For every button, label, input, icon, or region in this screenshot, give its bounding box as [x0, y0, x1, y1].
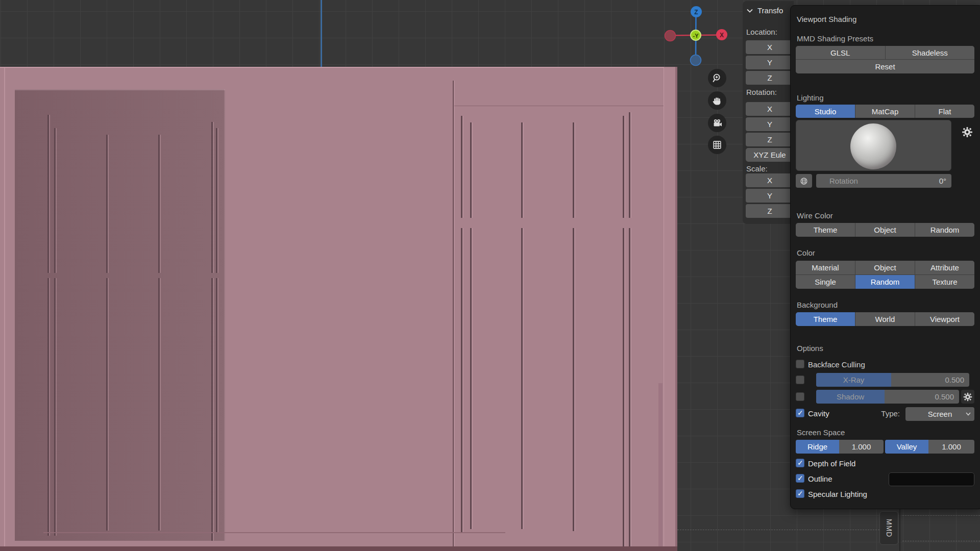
depth-of-field-checkbox[interactable] [796, 459, 804, 467]
bottom-rail-edge [43, 532, 505, 533]
zoom-button[interactable] [708, 69, 726, 87]
cavity-valley-slider[interactable]: Valley 1.000 [885, 440, 974, 454]
z-axis-line [321, 0, 322, 67]
background-world-tab[interactable]: World [855, 312, 915, 326]
color-attribute-tab[interactable]: Attribute [915, 261, 974, 274]
region-border [899, 509, 900, 551]
location-x-field[interactable]: X [746, 40, 794, 54]
gizmo-neg-z-handle[interactable] [691, 55, 701, 66]
grid-toggle-button[interactable] [708, 136, 726, 154]
camera-view-button[interactable] [708, 114, 726, 132]
backface-culling-checkbox[interactable] [796, 360, 804, 368]
scale-y-field[interactable]: Y [746, 189, 794, 203]
shadow-settings-gear-icon [963, 392, 973, 402]
gizmo-y-center-handle[interactable]: -Y [691, 30, 701, 40]
options-label: Options [797, 344, 823, 353]
scale-x-field[interactable]: X [746, 173, 794, 187]
studiolight-options-gear-icon[interactable] [961, 126, 973, 138]
reset-button[interactable]: Reset [796, 60, 974, 73]
xray-label: X-Ray [816, 373, 891, 387]
mmd-tab-label: MMD [885, 519, 893, 537]
wire-random-tab[interactable]: Random [915, 223, 974, 237]
groove [211, 278, 213, 541]
blender-window: Z X -Y [0, 0, 980, 551]
world-lighting-button[interactable] [796, 174, 812, 188]
shadow-slider[interactable]: Shadow 0.500 [816, 390, 959, 404]
outline-checkbox[interactable] [796, 474, 804, 483]
groove [54, 128, 56, 273]
lighting-matcap-tab[interactable]: MatCap [855, 105, 915, 118]
groove [461, 228, 462, 532]
gizmo-x-handle[interactable]: X [716, 29, 727, 40]
wire-color-label: Wire Color [797, 211, 833, 220]
shadow-checkbox[interactable] [796, 392, 804, 401]
grid-subdivision-line [677, 530, 879, 530]
color-texture-tab[interactable]: Texture [915, 275, 974, 289]
grid-icon [712, 139, 723, 151]
color-random-tab[interactable]: Random [855, 275, 915, 289]
door-model[interactable] [0, 67, 677, 551]
color-material-tab[interactable]: Material [796, 261, 855, 274]
backface-culling-label: Backface Culling [808, 360, 865, 369]
mmd-presets-label: MMD Shading Presets [797, 34, 873, 43]
model-top-highlight [0, 67, 677, 68]
rotation-y-field[interactable]: Y [746, 117, 794, 131]
cavity-ridge-slider[interactable]: Ridge 1.000 [796, 440, 884, 454]
xray-value: 0.500 [945, 373, 964, 387]
lighting-studio-tab[interactable]: Studio [796, 105, 855, 118]
transform-panel-header[interactable]: Transfo [757, 6, 783, 15]
gizmo-neg-x-handle[interactable] [665, 31, 676, 41]
xray-slider[interactable]: X-Ray 0.500 [816, 373, 969, 387]
grid-subdivision-line [902, 541, 980, 541]
pan-button[interactable] [708, 91, 726, 110]
shadow-value: 0.500 [935, 390, 954, 404]
globe-icon [799, 177, 808, 186]
chevron-down-icon[interactable] [747, 9, 753, 13]
sidebar-tab-mmd[interactable]: MMD [879, 511, 898, 545]
groove [106, 135, 108, 273]
outline-color-swatch[interactable] [889, 472, 974, 486]
specular-lighting-checkbox[interactable] [796, 489, 804, 498]
valley-label: Valley [885, 440, 928, 454]
color-object-tab[interactable]: Object [855, 261, 915, 274]
rotation-z-field[interactable]: Z [746, 133, 794, 146]
color-single-tab[interactable]: Single [796, 275, 855, 289]
cavity-type-dropdown[interactable]: Screen [905, 407, 974, 421]
location-y-field[interactable]: Y [746, 56, 794, 69]
color-label: Color [797, 248, 815, 257]
wire-theme-tab[interactable]: Theme [796, 223, 855, 237]
groove [106, 278, 108, 531]
xray-checkbox[interactable] [796, 375, 804, 384]
gizmo-z-handle[interactable]: Z [691, 6, 702, 17]
shadeless-button[interactable]: Shadeless [886, 46, 975, 59]
rotation-mode-dropdown[interactable]: XYZ Eule [746, 148, 794, 162]
glsl-button[interactable]: GLSL [796, 46, 885, 59]
groove [158, 135, 160, 273]
background-theme-tab[interactable]: Theme [796, 312, 855, 326]
studio-light-preview[interactable] [796, 120, 951, 171]
rotation-slider-value: 0° [939, 174, 946, 188]
groove [623, 116, 624, 218]
navigation-gizmo[interactable]: Z X -Y [661, 0, 732, 71]
lighting-flat-tab[interactable]: Flat [915, 105, 974, 118]
rotation-x-field[interactable]: X [746, 102, 794, 116]
shadow-settings-button[interactable] [961, 390, 974, 404]
groove [629, 112, 630, 218]
groove [470, 122, 472, 218]
groove [470, 228, 472, 529]
groove [47, 115, 49, 273]
groove [216, 278, 217, 533]
scale-z-field[interactable]: Z [746, 204, 794, 218]
model-bottom-strip [0, 546, 677, 551]
cavity-checkbox[interactable] [796, 409, 804, 417]
wire-object-tab[interactable]: Object [855, 223, 915, 237]
ridge-value: 1.000 [839, 440, 884, 454]
groove [623, 228, 624, 551]
background-viewport-tab[interactable]: Viewport [915, 312, 974, 326]
camera-icon [712, 117, 723, 129]
svg-text:-Y: -Y [693, 33, 699, 39]
wire-color-tabs: Theme Object Random [796, 223, 974, 237]
light-rotation-slider[interactable]: Rotation 0° [816, 174, 951, 188]
color-mode-tabs: Material Object Attribute Single Random … [796, 261, 974, 289]
location-z-field[interactable]: Z [746, 71, 794, 85]
